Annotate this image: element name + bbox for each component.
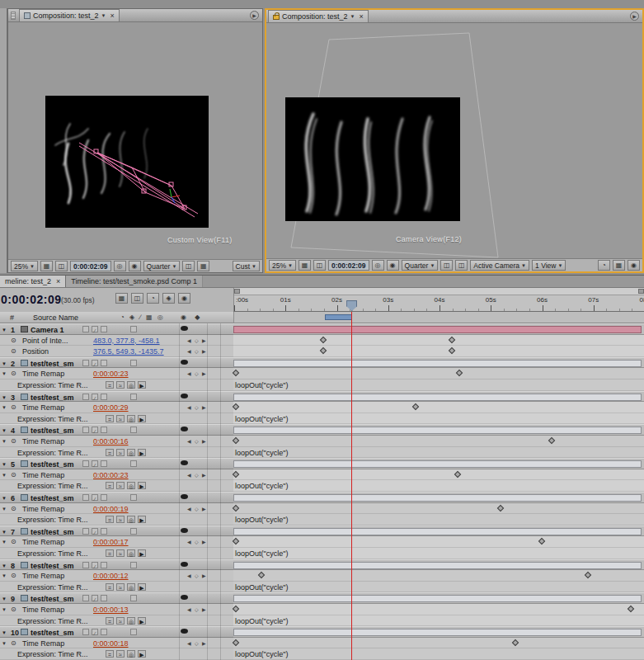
keyframe-toggle[interactable]: ◇: [195, 403, 199, 412]
layer-switch[interactable]: [82, 595, 89, 601]
visibility-toggle[interactable]: [181, 460, 188, 465]
region-of-interest-button[interactable]: ◫: [182, 261, 195, 271]
draft-3d-button[interactable]: ◫: [131, 293, 143, 304]
property-track[interactable]: [233, 604, 644, 615]
tab-close-icon[interactable]: ×: [110, 12, 115, 20]
expression-track[interactable]: loopOut("cycle"): [233, 582, 644, 593]
layer-switch[interactable]: [101, 460, 107, 467]
layer-switch[interactable]: [130, 528, 137, 535]
keyframe-nav-prev[interactable]: ◀: [187, 538, 191, 546]
mask-visibility-button[interactable]: ◫: [313, 260, 326, 271]
transparency-grid-button[interactable]: ▦: [197, 261, 209, 271]
layer-switch[interactable]: [101, 562, 107, 568]
keyframe-toggle[interactable]: ◇: [195, 572, 199, 580]
column-header-source-name[interactable]: Source Name: [33, 314, 78, 322]
keyframe-toggle[interactable]: ◇: [195, 505, 199, 513]
twirl-arrow[interactable]: ▼: [2, 494, 7, 502]
expression-row[interactable]: Expression: Time R...=≈◎▶: [0, 615, 233, 627]
expression-menu-button[interactable]: ▶: [138, 482, 146, 489]
property-value[interactable]: 0:00:00:17: [93, 538, 129, 546]
keyframe-nav-next[interactable]: ▶: [202, 370, 206, 378]
layer-switch[interactable]: ∕: [92, 326, 98, 332]
property-track[interactable]: [233, 638, 644, 649]
expression-graph-button[interactable]: ≈: [116, 482, 125, 489]
expression-pickwhip-icon[interactable]: ◎: [127, 516, 135, 523]
grid-guides-button[interactable]: ▦: [298, 260, 311, 271]
tab-dropdown-icon[interactable]: ▼: [101, 13, 106, 18]
layer-switch[interactable]: [82, 427, 89, 433]
expression-pickwhip-icon[interactable]: ◎: [127, 617, 135, 625]
lock-icon[interactable]: [273, 15, 280, 20]
layer-switch[interactable]: ∕: [92, 528, 98, 535]
expression-graph-button[interactable]: ≈: [116, 650, 125, 658]
expression-menu-button[interactable]: ▶: [138, 650, 146, 658]
layer-name[interactable]: test/test_sm: [31, 360, 83, 368]
layer-row[interactable]: ▼4test/test_sm∕: [0, 424, 233, 436]
stopwatch-icon[interactable]: ⊙: [11, 370, 16, 378]
property-value[interactable]: 0:00:00:18: [93, 639, 129, 648]
show-snapshot-button[interactable]: ◉: [387, 260, 399, 271]
property-row[interactable]: ▼⊙Time Remap0:00:00:23◀◇▶: [0, 469, 233, 481]
twirl-arrow[interactable]: ▼: [2, 639, 7, 648]
property-row[interactable]: ▼⊙Time Remap0:00:00:18◀◇▶: [0, 638, 233, 649]
keyframe-diamond[interactable]: [233, 370, 239, 376]
layer-row[interactable]: ▼2test/test_sm∕: [0, 357, 233, 369]
property-row[interactable]: ▼⊙Time Remap0:00:00:19◀◇▶: [0, 503, 233, 515]
time-ruler[interactable]: :00s01s02s03s04s05s06s07s08s: [233, 288, 644, 312]
property-value[interactable]: 483.0, 377.8, -458.1: [93, 337, 160, 345]
tab-close-icon[interactable]: ×: [56, 277, 60, 285]
stopwatch-icon[interactable]: ⊙: [11, 606, 16, 614]
expression-track[interactable]: loopOut("cycle"): [233, 548, 644, 559]
expression-track[interactable]: loopOut("cycle"): [233, 447, 644, 459]
layer-switch[interactable]: [130, 460, 137, 467]
twirl-arrow[interactable]: ▼: [2, 505, 7, 513]
zoom-dropdown[interactable]: 25%▼: [269, 260, 296, 271]
stopwatch-icon[interactable]: ⊙: [11, 403, 16, 412]
keyframe-nav-next[interactable]: ▶: [202, 471, 206, 479]
viewer-timecode[interactable]: 0:00:02:09: [328, 260, 369, 271]
expression-menu-button[interactable]: ▶: [138, 617, 146, 625]
timeline-tab-test2[interactable]: meline: test_2 ×: [0, 276, 66, 287]
twirl-arrow[interactable]: ▼: [2, 437, 7, 446]
keyframe-nav-next[interactable]: ▶: [202, 538, 206, 546]
expression-enable-button[interactable]: =: [106, 482, 114, 489]
snapshot-button[interactable]: ◎: [372, 260, 384, 271]
keyframe-diamond[interactable]: [233, 403, 239, 410]
property-value[interactable]: 0:00:00:16: [93, 437, 129, 446]
keyframe-nav-prev[interactable]: ◀: [187, 572, 191, 580]
property-track[interactable]: [233, 346, 644, 357]
layer-name[interactable]: test/test_sm: [31, 494, 83, 502]
keyframe-diamond[interactable]: [233, 437, 239, 444]
layer-switch[interactable]: [82, 326, 89, 332]
show-snapshot-button[interactable]: ◉: [129, 261, 141, 271]
expression-row[interactable]: Expression: Time R...=≈◎▶: [0, 380, 233, 391]
expression-pickwhip-icon[interactable]: ◎: [127, 449, 135, 456]
panel-menu-button[interactable]: ▶: [250, 11, 259, 20]
layer-switch[interactable]: [82, 360, 89, 366]
twirl-arrow[interactable]: ▼: [2, 394, 7, 402]
layer-switch[interactable]: [130, 326, 137, 332]
keyframe-toggle[interactable]: ◇: [195, 538, 199, 546]
visibility-toggle[interactable]: [181, 394, 188, 398]
mask-visibility-button[interactable]: ◫: [55, 261, 68, 271]
property-track[interactable]: [233, 503, 644, 515]
twirl-arrow[interactable]: ▼: [2, 629, 7, 637]
layer-switch[interactable]: [101, 360, 107, 366]
layer-switch[interactable]: [82, 562, 89, 568]
property-track[interactable]: [233, 436, 644, 447]
layer-switch[interactable]: [130, 360, 137, 366]
layer-switch[interactable]: [82, 394, 89, 400]
keyframe-diamond[interactable]: [512, 639, 519, 646]
expression-track[interactable]: loopOut("cycle"): [233, 413, 644, 425]
property-value[interactable]: 0:00:00:29: [93, 403, 129, 412]
keyframe-diamond[interactable]: [454, 471, 461, 478]
property-row[interactable]: ▼⊙Time Remap0:00:00:13◀◇▶: [0, 604, 233, 615]
layer-duration-bar[interactable]: [233, 562, 642, 569]
keyframe-diamond[interactable]: [233, 606, 239, 612]
expression-graph-button[interactable]: ≈: [116, 583, 125, 591]
expression-graph-button[interactable]: ≈: [116, 449, 125, 456]
layer-switch[interactable]: [101, 629, 107, 635]
layer-name[interactable]: test/test_sm: [31, 629, 83, 637]
keyframe-toggle[interactable]: ◇: [195, 606, 199, 614]
keyframe-nav-next[interactable]: ▶: [202, 337, 206, 345]
